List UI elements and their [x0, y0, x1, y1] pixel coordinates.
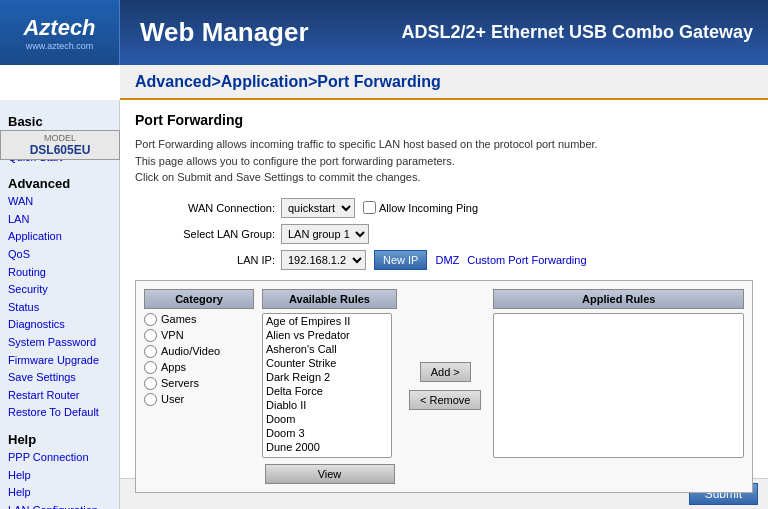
rule-asheron: Asheron's Call	[263, 342, 391, 356]
lan-ip-select[interactable]: 192.168.1.2	[281, 250, 366, 270]
sidebar-item-save-settings[interactable]: Save Settings	[8, 369, 111, 387]
applied-rules-header: Applied Rules	[493, 289, 744, 309]
category-item-user[interactable]: User	[144, 393, 254, 406]
category-radio-apps[interactable]	[144, 361, 157, 374]
applied-rules-listbox[interactable]	[493, 313, 744, 458]
desc-line1: Port Forwarding allows incoming traffic …	[135, 138, 598, 150]
category-radio-games[interactable]	[144, 313, 157, 326]
rule-delta-force: Delta Force	[263, 384, 391, 398]
header: Aztech www.aztech.com Web Manager ADSL2/…	[0, 0, 768, 65]
available-rules-header: Available Rules	[262, 289, 397, 309]
model-name: DSL605EU	[30, 143, 91, 157]
model-badge: MODEL DSL605EU	[0, 130, 120, 160]
rule-diablo: Diablo II	[263, 398, 391, 412]
sidebar-item-help[interactable]: Help	[8, 484, 111, 502]
category-item-servers[interactable]: Servers	[144, 377, 254, 390]
sidebar-item-routing[interactable]: Routing	[8, 264, 111, 282]
wan-connection-row: WAN Connection: quickstart Allow Incomin…	[135, 198, 753, 218]
sidebar-help-heading: Help	[8, 432, 111, 447]
sidebar: Basic Home Quick Start Advanced WAN LAN …	[0, 100, 120, 509]
rules-panel: Category Games VPN Audio/Video Apps	[135, 280, 753, 493]
sidebar-item-status[interactable]: Status	[8, 299, 111, 317]
available-rules-listbox[interactable]: Age of Empires II Alien vs Predator Ashe…	[262, 313, 392, 458]
desc-line2: This page allows you to configure the po…	[135, 155, 455, 167]
category-item-vpn[interactable]: VPN	[144, 329, 254, 342]
rule-age-empires: Age of Empires II	[263, 314, 391, 328]
sidebar-basic-heading: Basic	[8, 114, 111, 129]
sidebar-item-lan-config[interactable]: LAN Configuration	[8, 502, 111, 509]
sidebar-advanced-heading: Advanced	[8, 176, 111, 191]
desc-line3: Click on Submit and Save Settings to com…	[135, 171, 421, 183]
category-radio-user[interactable]	[144, 393, 157, 406]
rule-dark-reign: Dark Reign 2	[263, 370, 391, 384]
sidebar-item-restore-default[interactable]: Restore To Default	[8, 404, 111, 422]
category-item-apps[interactable]: Apps	[144, 361, 254, 374]
lan-ip-label: LAN IP:	[135, 254, 275, 266]
sidebar-item-wan[interactable]: WAN	[8, 193, 111, 211]
sidebar-item-restart-router[interactable]: Restart Router	[8, 387, 111, 405]
allow-incoming-ping-checkbox[interactable]	[363, 201, 376, 214]
logo-area: Aztech www.aztech.com	[0, 0, 120, 65]
page-title: Advanced>Application>Port Forwarding	[135, 73, 441, 91]
category-item-games[interactable]: Games	[144, 313, 254, 326]
category-panel: Category Games VPN Audio/Video Apps	[144, 289, 254, 484]
sidebar-item-ppp-help[interactable]: PPP Connection Help	[8, 449, 111, 484]
sidebar-item-application[interactable]: Application	[8, 228, 111, 246]
wan-connection-select[interactable]: quickstart	[281, 198, 355, 218]
remove-button[interactable]: < Remove	[409, 390, 481, 410]
allow-incoming-ping-label: Allow Incoming Ping	[379, 202, 478, 214]
sidebar-item-diagnostics[interactable]: Diagnostics	[8, 316, 111, 334]
category-radio-audiovideo[interactable]	[144, 345, 157, 358]
available-rules-panel: Available Rules Age of Empires II Alien …	[262, 289, 397, 484]
wan-connection-label: WAN Connection:	[135, 202, 275, 214]
sidebar-item-security[interactable]: Security	[8, 281, 111, 299]
description-text: Port Forwarding allows incoming traffic …	[135, 136, 753, 186]
rule-doom: Doom	[263, 412, 391, 426]
view-button[interactable]: View	[265, 464, 395, 484]
page-title-bar: Advanced>Application>Port Forwarding	[120, 65, 768, 100]
category-list: Games VPN Audio/Video Apps Servers	[144, 313, 254, 406]
sidebar-item-lan[interactable]: LAN	[8, 211, 111, 229]
category-radio-vpn[interactable]	[144, 329, 157, 342]
rule-doom3: Doom 3	[263, 426, 391, 440]
content-area: aztech router Port Forwarding Port Forwa…	[120, 100, 768, 509]
add-remove-panel: Add > < Remove	[405, 289, 485, 484]
section-title: Port Forwarding	[135, 112, 753, 128]
rule-alien: Alien vs Predator	[263, 328, 391, 342]
category-radio-servers[interactable]	[144, 377, 157, 390]
category-item-audiovideo[interactable]: Audio/Video	[144, 345, 254, 358]
sidebar-item-qos[interactable]: QoS	[8, 246, 111, 264]
logo-subtext: www.aztech.com	[26, 41, 94, 51]
model-label: MODEL	[7, 133, 113, 143]
view-btn-row: View	[262, 464, 397, 484]
header-title: Web Manager	[140, 17, 401, 48]
logo-text: Aztech	[23, 15, 95, 41]
new-ip-button[interactable]: New IP	[374, 250, 427, 270]
add-button[interactable]: Add >	[420, 362, 471, 382]
lan-ip-row: LAN IP: 192.168.1.2 New IP DMZ Custom Po…	[135, 250, 753, 270]
lan-group-row: Select LAN Group: LAN group 1	[135, 224, 753, 244]
main-layout: Basic Home Quick Start Advanced WAN LAN …	[0, 100, 768, 509]
lan-group-select[interactable]: LAN group 1	[281, 224, 369, 244]
custom-port-forwarding-link[interactable]: Custom Port Forwarding	[467, 254, 586, 266]
sidebar-item-system-password[interactable]: System Password	[8, 334, 111, 352]
rule-dune: Dune 2000	[263, 440, 391, 454]
select-lan-group-label: Select LAN Group:	[135, 228, 275, 240]
header-product: ADSL2/2+ Ethernet USB Combo Gateway	[401, 22, 753, 43]
sidebar-item-firmware-upgrade[interactable]: Firmware Upgrade	[8, 352, 111, 370]
dmz-link[interactable]: DMZ	[435, 254, 459, 266]
applied-rules-panel: Applied Rules	[493, 289, 744, 484]
category-header: Category	[144, 289, 254, 309]
rule-counter-strike: Counter Strike	[263, 356, 391, 370]
